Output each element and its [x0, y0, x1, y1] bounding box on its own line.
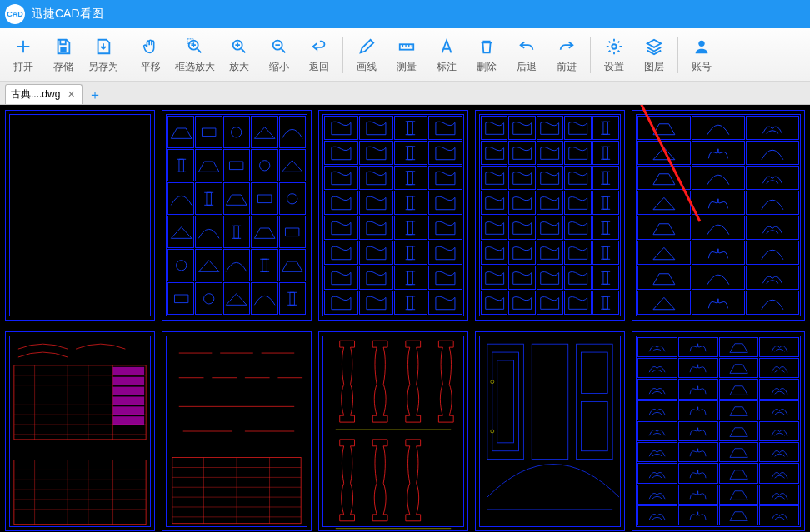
layers-button[interactable]: 图层: [634, 31, 674, 79]
new-tab-button[interactable]: ＋: [86, 86, 104, 104]
cad-cell: [324, 241, 358, 265]
open-label: 打开: [13, 60, 33, 74]
line-button[interactable]: 画线: [347, 31, 387, 79]
cad-cell: [678, 337, 718, 357]
cad-cell: [638, 463, 678, 483]
cad-cell: [324, 291, 358, 315]
svg-point-6: [612, 44, 617, 49]
cad-cell: [638, 379, 678, 399]
close-tab-icon[interactable]: ✕: [65, 89, 77, 101]
cad-cell: [719, 400, 759, 420]
cad-cell: [759, 463, 799, 483]
redo-icon: [558, 35, 576, 58]
cad-cell: [195, 182, 222, 215]
cad-cell: [537, 166, 563, 190]
cad-cell: [223, 182, 250, 215]
svg-point-54: [491, 430, 494, 433]
cad-cell: [251, 216, 278, 248]
cad-cell: [508, 216, 535, 240]
cad-sheet: [318, 110, 468, 321]
ruler-icon: [398, 35, 416, 58]
zoomin-button[interactable]: 放大: [219, 31, 259, 79]
zoomin-label: 放大: [229, 60, 249, 74]
titlebar: CAD 迅捷CAD看图: [0, 0, 810, 28]
annotate-button[interactable]: 标注: [427, 31, 467, 79]
cad-cell: [195, 216, 222, 248]
back-button[interactable]: 返回: [299, 31, 339, 79]
cad-cell: [324, 216, 358, 240]
saveas-label: 另存为: [88, 60, 118, 74]
pan-button[interactable]: 平移: [131, 31, 171, 79]
cad-cells: [324, 116, 462, 315]
cad-cell: [759, 442, 799, 462]
cad-sheet: [318, 331, 468, 531]
cad-cell: [564, 116, 591, 140]
pencil-icon: [358, 35, 376, 58]
cad-cells: [638, 116, 799, 315]
cad-cell: [359, 191, 393, 215]
cad-cell: [359, 166, 393, 190]
svg-rect-36: [172, 458, 301, 524]
layers-label: 图层: [644, 60, 664, 74]
cad-cell: [692, 216, 745, 240]
app-logo: CAD: [5, 4, 25, 24]
cad-cell: [692, 166, 745, 190]
cad-cell: [537, 116, 563, 140]
cad-cell: [428, 166, 462, 190]
cad-cell: [508, 241, 535, 265]
cad-cell: [279, 282, 306, 315]
separator: [342, 37, 343, 73]
cad-cell: [537, 216, 563, 240]
undo-button[interactable]: 后退: [507, 31, 547, 79]
svg-rect-49: [532, 344, 568, 459]
measure-button[interactable]: 测量: [387, 31, 427, 79]
cad-sheet: [162, 331, 312, 531]
saveas-button[interactable]: 另存为: [83, 31, 123, 79]
cad-cell: [359, 141, 393, 165]
cad-cell: [592, 216, 619, 240]
delete-button[interactable]: 删除: [467, 31, 507, 79]
cad-cell: [638, 266, 691, 290]
cad-cell: [168, 182, 194, 215]
cad-sheet: [475, 331, 625, 531]
zoomout-button[interactable]: 缩小: [259, 31, 299, 79]
cad-cell: [759, 485, 799, 505]
open-button[interactable]: 打开: [3, 31, 43, 79]
cad-cell: [537, 241, 563, 265]
separator: [678, 37, 678, 73]
boxzoom-button[interactable]: 框选放大: [171, 31, 219, 79]
cad-sheet: [5, 110, 155, 321]
cad-cell: [759, 337, 799, 357]
account-button[interactable]: 账号: [682, 31, 722, 79]
redo-button[interactable]: 前进: [547, 31, 587, 79]
cad-cell: [678, 442, 718, 462]
cad-cell: [537, 266, 563, 290]
delete-label: 删除: [477, 60, 497, 74]
return-icon: [310, 35, 328, 58]
account-label: 账号: [692, 60, 712, 74]
app-title: 迅捷CAD看图: [32, 7, 103, 22]
cad-cell: [759, 421, 799, 441]
cad-cell: [481, 191, 508, 215]
cad-cell: [195, 149, 222, 181]
save-label: 存储: [53, 60, 73, 74]
cad-cells: [168, 116, 306, 315]
drawing-canvas[interactable]: [0, 105, 810, 532]
svg-rect-47: [492, 352, 519, 451]
cad-cell: [759, 379, 799, 399]
save-button[interactable]: 存储: [43, 31, 83, 79]
svg-rect-46: [488, 344, 524, 459]
cad-cell: [719, 358, 759, 378]
settings-button[interactable]: 设置: [594, 31, 634, 79]
cad-cell: [759, 505, 799, 525]
cad-cell: [481, 216, 508, 240]
file-tab[interactable]: 古典....dwg ✕: [5, 84, 82, 104]
cad-cell: [759, 400, 799, 420]
cad-cell: [746, 216, 799, 240]
cad-cell: [394, 166, 428, 190]
cad-cell: [592, 166, 619, 190]
separator: [127, 37, 128, 73]
cad-cell: [508, 266, 535, 290]
cad-table-icon: [6, 332, 154, 530]
cad-cell: [746, 241, 799, 265]
